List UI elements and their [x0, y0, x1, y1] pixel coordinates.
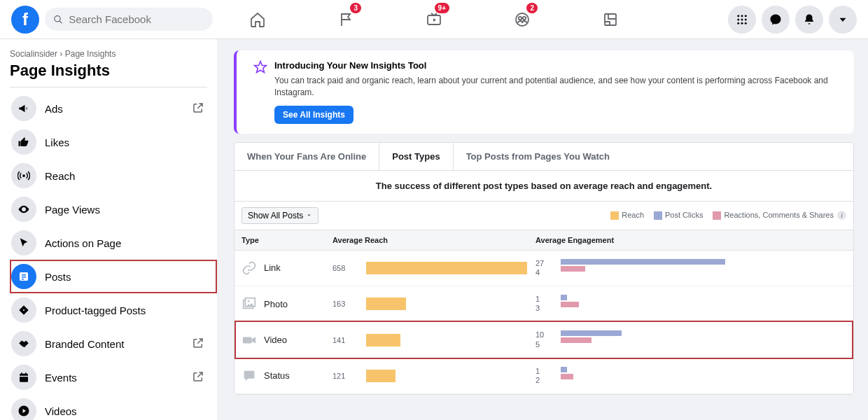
sidebar-item-actions[interactable]: Actions on Page: [6, 226, 211, 260]
row-type-label: Status: [264, 370, 290, 381]
table-row[interactable]: Link 658 274: [234, 251, 853, 286]
handshake-icon: [11, 331, 36, 356]
sidebar-item-posts[interactable]: Posts: [6, 260, 211, 293]
see-all-insights-button[interactable]: See All Insights: [274, 106, 354, 124]
eye-icon: [11, 197, 36, 222]
flag-icon: [337, 11, 354, 28]
nav-pages[interactable]: 3: [329, 4, 363, 35]
filter-button-label: Show All Posts: [248, 211, 303, 220]
svg-point-34: [248, 300, 250, 302]
facebook-logo[interactable]: f: [11, 6, 39, 34]
watch-badge: 9+: [435, 3, 449, 13]
clicks-bar: [561, 295, 567, 300]
bell-icon: [803, 13, 816, 26]
svg-point-12: [737, 18, 739, 20]
pages-badge: 3: [350, 3, 361, 13]
row-type-label: Link: [264, 262, 281, 273]
tab-post-types[interactable]: Post Types: [379, 143, 453, 170]
svg-point-14: [745, 18, 747, 20]
row-reacts-value: 2: [536, 376, 550, 385]
sidebar-item-label: Actions on Page: [45, 237, 206, 249]
sidebar-item-branded[interactable]: Branded Content: [6, 327, 211, 360]
sidebar-item-videos[interactable]: Videos: [6, 394, 211, 420]
row-reach-value: 141: [332, 336, 352, 344]
table-row[interactable]: Video 141 105: [234, 322, 853, 358]
row-reacts-value: 3: [536, 304, 550, 313]
search-input[interactable]: [69, 13, 204, 25]
tab-top-posts[interactable]: Top Posts from Pages You Watch: [454, 143, 622, 170]
posts-icon: [11, 264, 36, 289]
broadcast-icon: [11, 163, 36, 188]
row-reacts-value: 5: [536, 340, 550, 349]
sidebar-item-ads[interactable]: Ads: [6, 92, 211, 125]
page-title: Page Insights: [6, 59, 211, 87]
megaphone-icon: [11, 96, 36, 121]
legend-reactions: Reactions, Comments & Shares: [724, 211, 834, 219]
sidebar-item-page-views[interactable]: Page Views: [6, 192, 211, 226]
row-reach-value: 658: [332, 264, 352, 272]
gaming-icon: [602, 11, 619, 28]
column-reach: Average Reach: [332, 236, 536, 244]
svg-marker-30: [255, 62, 267, 73]
external-link-icon: [192, 337, 206, 351]
svg-point-11: [745, 15, 747, 17]
sidebar-item-label: Branded Content: [45, 338, 192, 350]
nav-groups[interactable]: 2: [505, 4, 539, 35]
tag-icon: [11, 298, 36, 323]
messenger-button[interactable]: [762, 6, 790, 34]
svg-marker-36: [252, 337, 256, 343]
sidebar-item-product-tagged[interactable]: Product-tagged Posts: [6, 293, 211, 327]
table-row[interactable]: Status 121 12: [234, 358, 853, 394]
info-icon[interactable]: i: [837, 211, 846, 220]
groups-badge: 2: [526, 3, 538, 13]
svg-point-7: [523, 16, 526, 19]
svg-marker-4: [433, 18, 436, 22]
legend: Reach Post Clicks Reactions, Comments & …: [610, 211, 846, 220]
svg-point-17: [745, 22, 747, 24]
reach-bar: [366, 334, 400, 346]
post-types-card: When Your Fans Are Online Post Types Top…: [234, 142, 854, 396]
row-clicks-value: 10: [536, 330, 550, 340]
column-engagement: Average Engagement: [536, 236, 846, 244]
main-content: Introducing Your New Insights Tool You c…: [217, 39, 868, 420]
search-wrapper[interactable]: [45, 8, 213, 31]
show-all-posts-button[interactable]: Show All Posts: [241, 207, 318, 224]
sidebar-item-label: Videos: [45, 405, 206, 417]
banner-title: Introducing Your New Insights Tool: [274, 60, 841, 71]
sidebar-item-events[interactable]: Events: [6, 360, 211, 394]
messenger-icon: [769, 13, 782, 26]
svg-point-13: [741, 18, 743, 20]
sidebar-item-label: Reach: [45, 170, 206, 182]
groups-icon: [514, 11, 531, 28]
svg-point-15: [737, 22, 739, 24]
svg-marker-18: [840, 18, 846, 21]
breadcrumb-link[interactable]: Socialinsider: [10, 49, 57, 59]
svg-point-9: [737, 15, 739, 17]
legend-clicks: Post Clicks: [665, 211, 703, 219]
table-header: Type Average Reach Average Engagement: [234, 230, 853, 251]
home-icon: [249, 11, 266, 28]
tab-fans-online[interactable]: When Your Fans Are Online: [234, 143, 379, 170]
column-type: Type: [241, 236, 332, 244]
account-button[interactable]: [829, 6, 857, 34]
reactions-bar: [561, 302, 579, 307]
status-icon: [241, 368, 257, 384]
reactions-bar: [561, 374, 573, 379]
sidebar-item-reach[interactable]: Reach: [6, 159, 211, 192]
clicks-bar: [561, 330, 622, 336]
row-clicks-value: 27: [536, 259, 550, 268]
sidebar-item-likes[interactable]: Likes: [6, 125, 211, 159]
photo-icon: [241, 296, 257, 312]
notifications-button[interactable]: [795, 6, 823, 34]
calendar-icon: [11, 365, 36, 390]
filter-row: Show All Posts Reach Post Clicks Reactio…: [234, 202, 853, 230]
nav-watch[interactable]: 9+: [417, 4, 451, 35]
top-right: [728, 6, 857, 34]
menu-button[interactable]: [728, 6, 756, 34]
nav-gaming[interactable]: [594, 4, 627, 35]
sidebar-item-label: Likes: [45, 136, 206, 148]
table-row[interactable]: Photo 163 13: [234, 286, 853, 322]
clicks-swatch: [654, 211, 662, 220]
nav-home[interactable]: [241, 4, 274, 35]
svg-marker-31: [308, 214, 312, 216]
